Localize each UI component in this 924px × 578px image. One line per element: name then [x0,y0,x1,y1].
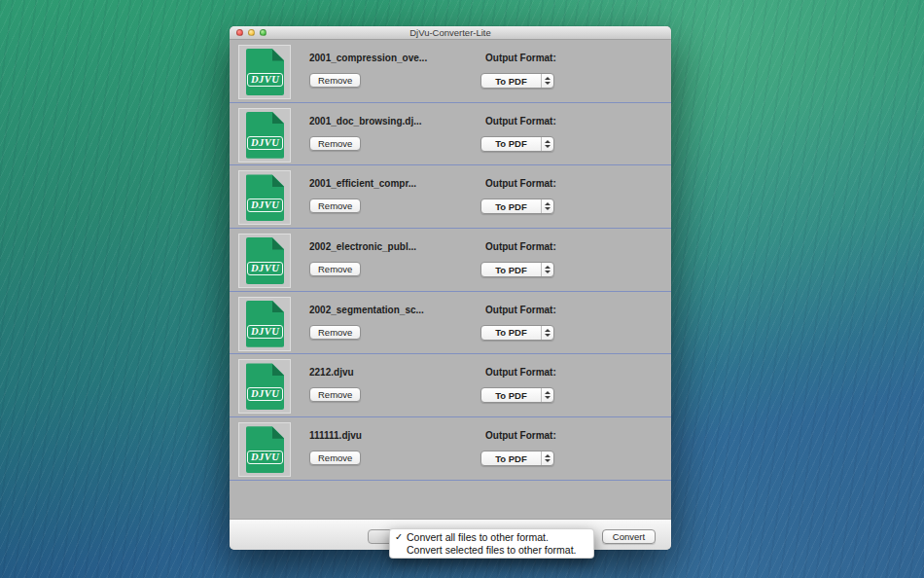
file-name: 111111.djvu [309,430,362,441]
output-format-label: Output Format: [485,305,556,315]
djvu-icon-label: DJVU [247,325,283,339]
output-format-select[interactable]: To PDF [480,73,554,89]
djvu-icon-label: DJVU [247,199,283,212]
remove-button[interactable]: Remove [309,325,361,340]
output-format-label: Output Format: [485,53,556,63]
file-name: 2212.djvu [309,367,354,378]
djvu-page-shape: DJVU [246,426,284,473]
checkmark-icon: ✓ [395,531,407,542]
output-format-label: Output Format: [485,178,556,189]
file-name: 2001_compression_ove... [309,53,427,63]
desktop-wallpaper: { "window": { "title": "DjVu-Converter-L… [0,0,924,578]
format-value: To PDF [481,76,541,87]
file-name: 2001_doc_browsing.dj... [309,116,422,126]
djvu-file-icon: DJVU [238,359,291,414]
file-row: DJVU 2001_doc_browsing.dj... Remove Outp… [230,103,671,166]
output-format-select[interactable]: To PDF [480,451,554,466]
page-fold-corner [272,237,285,250]
djvu-file-icon: DJVU [238,170,291,225]
djvu-page-shape: DJVU [246,363,284,410]
remove-button[interactable]: Remove [309,199,361,213]
remove-button[interactable]: Remove [309,387,361,402]
output-format-label: Output Format: [485,241,556,252]
traffic-lights [236,29,267,36]
convert-mode-menu: ✓ Convert all files to other format. Con… [389,528,594,559]
format-value: To PDF [481,390,541,401]
format-value: To PDF [481,265,541,275]
convert-button[interactable]: Convert [602,529,656,544]
file-list: DJVU 2001_compression_ove... Remove Outp… [230,40,671,519]
format-value: To PDF [481,327,541,338]
file-name: 2001_efficient_compr... [309,178,416,189]
file-row: DJVU 2001_compression_ove... Remove Outp… [230,40,671,103]
format-value: To PDF [481,453,541,464]
djvu-icon-label: DJVU [247,387,283,401]
djvu-page-shape: DJVU [246,301,284,347]
remove-button[interactable]: Remove [309,262,361,276]
file-row: DJVU 2212.djvu Remove Output Format: To … [230,354,671,417]
page-fold-corner [272,363,285,376]
output-format-label: Output Format: [485,430,556,441]
djvu-file-icon: DJVU [238,45,291,99]
menu-item-label: Convert all files to other format. [407,531,549,543]
djvu-page-shape: DJVU [246,49,284,95]
stepper-arrows-icon [541,74,553,88]
footer-bar: Convert ✓ Convert all files to other for… [230,519,671,550]
output-format-label: Output Format: [485,367,556,378]
menu-item-convert-all[interactable]: ✓ Convert all files to other format. [390,530,593,544]
stepper-arrows-icon [541,452,553,465]
djvu-file-icon: DJVU [238,422,291,477]
window: DjVu-Converter-Lite DJVU 2001_compressio… [230,26,671,550]
page-fold-corner [272,426,285,439]
stepper-arrows-icon [541,263,553,276]
djvu-icon-label: DJVU [247,73,283,87]
page-fold-corner [272,49,285,61]
format-value: To PDF [481,138,541,149]
djvu-page-shape: DJVU [246,237,284,284]
file-row: DJVU 2001_efficient_compr... Remove Outp… [230,165,671,229]
minimize-button[interactable] [248,29,255,36]
window-title: DjVu-Converter-Lite [230,26,671,40]
stepper-arrows-icon [541,326,553,340]
file-name: 2002_electronic_publ... [309,241,416,252]
djvu-icon-label: DJVU [247,262,283,275]
djvu-icon-label: DJVU [247,451,283,464]
remove-button[interactable]: Remove [309,451,361,465]
stepper-arrows-icon [541,199,553,213]
zoom-button[interactable] [260,29,267,36]
remove-button[interactable]: Remove [309,73,361,88]
djvu-page-shape: DJVU [246,174,284,221]
djvu-page-shape: DJVU [246,112,284,159]
title-bar[interactable]: DjVu-Converter-Lite [230,26,671,40]
output-format-select[interactable]: To PDF [480,262,554,277]
output-format-select[interactable]: To PDF [480,325,554,341]
menu-item-convert-selected[interactable]: Convert selected files to other format. [390,544,593,558]
output-format-select[interactable]: To PDF [480,387,554,403]
remove-button[interactable]: Remove [309,136,361,151]
file-row: DJVU 2002_electronic_publ... Remove Outp… [230,229,671,292]
stepper-arrows-icon [541,137,553,151]
page-fold-corner [272,301,285,313]
output-format-select[interactable]: To PDF [480,199,554,214]
page-fold-corner [272,112,285,125]
djvu-file-icon: DJVU [238,108,291,163]
file-row: DJVU 111111.djvu Remove Output Format: T… [230,417,671,481]
djvu-file-icon: DJVU [238,297,291,351]
output-format-select[interactable]: To PDF [480,136,554,152]
djvu-icon-label: DJVU [247,136,283,150]
file-row: DJVU 2002_segmentation_sc... Remove Outp… [230,292,671,355]
file-name: 2002_segmentation_sc... [309,305,424,315]
djvu-file-icon: DJVU [238,234,291,288]
page-fold-corner [272,174,285,187]
format-value: To PDF [481,201,541,212]
stepper-arrows-icon [541,388,553,402]
menu-item-label: Convert selected files to other format. [407,544,577,556]
close-button[interactable] [236,29,243,36]
output-format-label: Output Format: [485,116,556,126]
